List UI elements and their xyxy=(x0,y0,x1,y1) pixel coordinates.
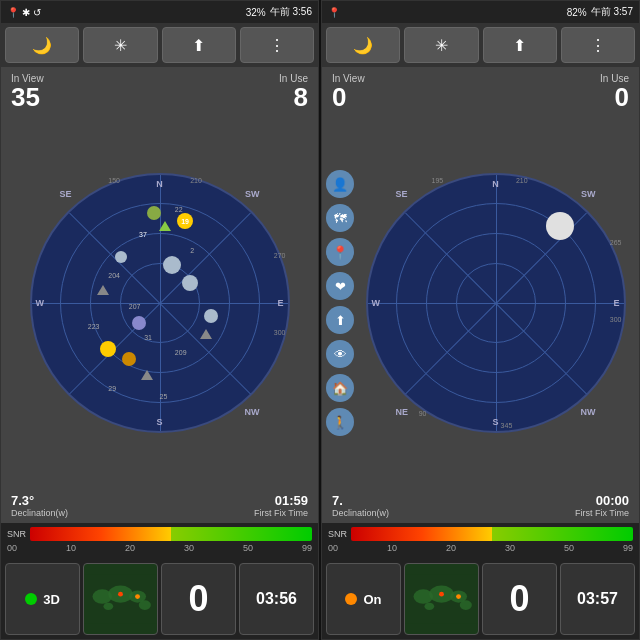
right-tile-map xyxy=(404,563,479,635)
left-in-view-value: 35 xyxy=(11,84,44,110)
right-sidebar-icons: 👤 🗺 📍 ❤ ⬆ 👁 🏠 🚶 xyxy=(326,170,354,436)
right-time: 午前 3:57 xyxy=(591,5,633,19)
left-status-bar: 📍 ✱ ↺ 32% 午前 3:56 xyxy=(1,1,318,23)
left-battery: 32% xyxy=(246,7,266,18)
snr-label-50-right: 50 xyxy=(564,543,574,553)
left-tile-map xyxy=(83,563,158,635)
right-deg-ne: 90 xyxy=(419,410,427,417)
right-deg-300: 300 xyxy=(610,316,622,323)
left-in-view: In View 35 xyxy=(11,73,44,110)
sat-num-9: 29 xyxy=(108,385,116,392)
left-radar: N S W E SW SE NW 19 xyxy=(30,173,290,433)
snr-label-20-right: 20 xyxy=(446,543,456,553)
svg-point-8 xyxy=(139,600,151,610)
left-in-use-value: 8 xyxy=(279,84,308,110)
snr-label-00-left: 00 xyxy=(7,543,17,553)
sidebar-icon-map[interactable]: 🗺 xyxy=(326,204,354,232)
left-snr-bar xyxy=(30,527,312,541)
right-tile-status: On xyxy=(326,563,401,635)
left-moon-button[interactable]: 🌙 xyxy=(5,27,79,63)
sat-num-8: 209 xyxy=(175,349,187,356)
sidebar-icon-heart[interactable]: ❤ xyxy=(326,272,354,300)
right-menu-button[interactable]: ⋮ xyxy=(561,27,635,63)
left-bottom-info: 7.3° Declination(w) 01:59 First Fix Time xyxy=(1,487,318,523)
right-status-bar: 📍 82% 午前 3:57 xyxy=(322,1,639,23)
right-snr-labels: 00 10 20 30 50 99 xyxy=(328,543,633,553)
snr-yellow-right xyxy=(457,527,492,541)
svg-point-9 xyxy=(103,603,113,610)
snr-orange-left xyxy=(101,527,136,541)
deg-label-2: 150 xyxy=(108,177,120,184)
left-status-dot xyxy=(25,593,37,605)
sidebar-icon-location[interactable]: 📍 xyxy=(326,238,354,266)
sat-num-7: 31 xyxy=(144,334,152,341)
deg-label-4: 300 xyxy=(274,329,286,336)
snr-label-99-right: 99 xyxy=(623,543,633,553)
sidebar-icon-share[interactable]: ⬆ xyxy=(326,306,354,334)
sat-left-4 xyxy=(163,256,181,274)
sat-left-8 xyxy=(100,341,116,357)
right-snr-bar xyxy=(351,527,633,541)
left-tile-time: 03:56 xyxy=(239,563,314,635)
right-deg-210: 210 xyxy=(516,177,528,184)
sat-left-1: 19 xyxy=(177,213,193,229)
right-snr-label: SNR xyxy=(328,529,347,539)
left-map-svg xyxy=(84,564,157,634)
svg-marker-1 xyxy=(200,329,212,339)
right-tile-zero: 0 xyxy=(482,563,557,635)
right-panel: 📍 82% 午前 3:57 🌙 ✳ ⬆ ⋮ In View 0 In Use 0… xyxy=(321,0,640,640)
snr-label-10-left: 10 xyxy=(66,543,76,553)
left-declination-label: Declination(w) xyxy=(11,508,68,518)
snr-orange-right xyxy=(422,527,457,541)
sat-num-3: 2 xyxy=(190,247,194,254)
sidebar-icon-home[interactable]: 🏠 xyxy=(326,374,354,402)
right-status-icons: 📍 xyxy=(328,7,340,18)
compass-s-right: S xyxy=(492,417,498,427)
right-deg-n: 345 xyxy=(501,422,513,429)
sat-left-3 xyxy=(115,251,127,263)
left-tile-zero: 0 xyxy=(161,563,236,635)
left-star-button[interactable]: ✳ xyxy=(83,27,157,63)
right-star-button[interactable]: ✳ xyxy=(404,27,478,63)
right-toolbar: 🌙 ✳ ⬆ ⋮ xyxy=(322,23,639,67)
right-declination-value: 7. xyxy=(332,493,389,508)
left-fix-time: 01:59 First Fix Time xyxy=(254,493,308,518)
left-time-value: 03:56 xyxy=(256,590,297,608)
sidebar-icon-eye[interactable]: 👁 xyxy=(326,340,354,368)
sidebar-icon-person2[interactable]: 🚶 xyxy=(326,408,354,436)
right-in-view: In View 0 xyxy=(332,73,365,110)
snr-label-99-left: 99 xyxy=(302,543,312,553)
snr-label-30-left: 30 xyxy=(184,543,194,553)
compass-se-left: SE xyxy=(60,189,72,199)
snr-green-right xyxy=(492,527,633,541)
left-zero-value: 0 xyxy=(188,578,208,620)
sidebar-icon-person[interactable]: 👤 xyxy=(326,170,354,198)
sat-num-2: 37 xyxy=(139,231,147,238)
right-time-value: 03:57 xyxy=(577,590,618,608)
left-menu-button[interactable]: ⋮ xyxy=(240,27,314,63)
right-radar: N S W E SW SE NW NE 210 195 265 300 90 3… xyxy=(366,173,626,433)
left-declination: 7.3° Declination(w) xyxy=(11,493,68,518)
snr-label-10-right: 10 xyxy=(387,543,397,553)
left-snr-labels: 00 10 20 30 50 99 xyxy=(7,543,312,553)
right-in-view-value: 0 xyxy=(332,84,365,110)
right-share-button[interactable]: ⬆ xyxy=(483,27,557,63)
sat-left-9 xyxy=(122,352,136,366)
right-snr-container: SNR 00 10 20 30 50 99 xyxy=(322,523,639,559)
left-share-button[interactable]: ⬆ xyxy=(162,27,236,63)
sat-num-1: 22 xyxy=(175,206,183,213)
svg-point-19 xyxy=(456,594,461,599)
svg-point-16 xyxy=(460,600,472,610)
snr-label-50-left: 50 xyxy=(243,543,253,553)
left-fix-time-label: First Fix Time xyxy=(254,508,308,518)
right-fix-time-label: First Fix Time xyxy=(575,508,629,518)
svg-point-18 xyxy=(439,592,444,597)
sat-num-4: 204 xyxy=(108,272,120,279)
right-bottom-tiles: On 0 03:57 xyxy=(322,559,639,639)
sat-left-7 xyxy=(132,316,146,330)
right-declination: 7. Declination(w) xyxy=(332,493,389,518)
compass-n-left: N xyxy=(156,179,163,189)
left-bottom-tiles: 3D 0 03:56 xyxy=(1,559,318,639)
compass-se-right: SE xyxy=(396,189,408,199)
right-moon-button[interactable]: 🌙 xyxy=(326,27,400,63)
